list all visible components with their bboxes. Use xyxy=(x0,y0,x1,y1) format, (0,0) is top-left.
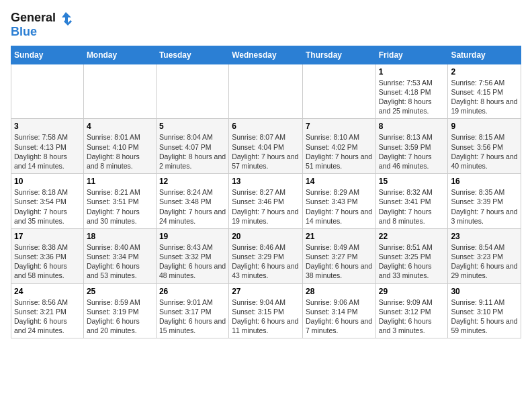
day-number: 16 xyxy=(451,177,518,186)
day-info: Sunrise: 8:56 AMSunset: 3:21 PMDaylight:… xyxy=(14,298,81,336)
day-info: Sunrise: 8:07 AMSunset: 4:04 PMDaylight:… xyxy=(232,132,300,171)
day-number: 26 xyxy=(159,287,226,296)
day-info: Sunrise: 7:56 AMSunset: 4:15 PMDaylight:… xyxy=(451,78,518,116)
calendar-cell: 13Sunrise: 8:27 AMSunset: 3:46 PMDayligh… xyxy=(229,174,303,229)
day-number: 6 xyxy=(232,122,300,131)
day-of-week-header: Friday xyxy=(375,46,448,64)
day-info: Sunrise: 8:13 AMSunset: 3:59 PMDaylight:… xyxy=(379,132,445,171)
calendar-cell: 2Sunrise: 7:56 AMSunset: 4:15 PMDaylight… xyxy=(448,64,521,119)
day-info: Sunrise: 8:46 AMSunset: 3:29 PMDaylight:… xyxy=(232,242,300,281)
day-number: 18 xyxy=(87,232,153,241)
calendar-cell: 3Sunrise: 7:58 AMSunset: 4:13 PMDaylight… xyxy=(11,119,84,174)
logo-text: General Blue xyxy=(11,11,73,39)
day-info: Sunrise: 8:21 AMSunset: 3:51 PMDaylight:… xyxy=(87,187,153,226)
calendar-cell: 29Sunrise: 9:09 AMSunset: 3:12 PMDayligh… xyxy=(375,283,448,338)
day-number: 14 xyxy=(306,177,373,186)
day-number: 5 xyxy=(159,122,226,131)
day-of-week-header: Wednesday xyxy=(229,46,303,64)
day-info: Sunrise: 8:15 AMSunset: 3:56 PMDaylight:… xyxy=(451,132,518,171)
calendar-cell: 5Sunrise: 8:04 AMSunset: 4:07 PMDaylight… xyxy=(156,119,228,174)
logo-bird-icon xyxy=(58,11,73,26)
day-number: 3 xyxy=(14,122,81,131)
day-number: 21 xyxy=(306,232,373,241)
day-number: 19 xyxy=(159,232,226,241)
day-info: Sunrise: 9:09 AMSunset: 3:12 PMDaylight:… xyxy=(379,298,445,336)
day-info: Sunrise: 9:06 AMSunset: 3:14 PMDaylight:… xyxy=(306,298,373,336)
day-number: 10 xyxy=(14,177,81,186)
calendar-cell: 8Sunrise: 8:13 AMSunset: 3:59 PMDaylight… xyxy=(375,119,448,174)
day-number: 15 xyxy=(379,177,445,186)
calendar-cell: 9Sunrise: 8:15 AMSunset: 3:56 PMDaylight… xyxy=(448,119,521,174)
calendar-cell: 1Sunrise: 7:53 AMSunset: 4:18 PMDaylight… xyxy=(375,64,448,119)
day-info: Sunrise: 8:49 AMSunset: 3:27 PMDaylight:… xyxy=(306,242,373,281)
day-info: Sunrise: 8:32 AMSunset: 3:41 PMDaylight:… xyxy=(379,187,445,226)
calendar: SundayMondayTuesdayWednesdayThursdayFrid… xyxy=(11,46,521,338)
day-number: 20 xyxy=(232,232,300,241)
calendar-cell: 6Sunrise: 8:07 AMSunset: 4:04 PMDaylight… xyxy=(229,119,303,174)
header: General Blue xyxy=(11,11,521,39)
logo: General Blue xyxy=(11,11,73,39)
day-info: Sunrise: 8:40 AMSunset: 3:34 PMDaylight:… xyxy=(87,242,153,281)
calendar-cell: 4Sunrise: 8:01 AMSunset: 4:10 PMDaylight… xyxy=(83,119,156,174)
calendar-cell: 21Sunrise: 8:49 AMSunset: 3:27 PMDayligh… xyxy=(302,228,375,283)
calendar-cell: 19Sunrise: 8:43 AMSunset: 3:32 PMDayligh… xyxy=(156,228,228,283)
calendar-cell: 25Sunrise: 8:59 AMSunset: 3:19 PMDayligh… xyxy=(83,283,156,338)
calendar-cell: 23Sunrise: 8:54 AMSunset: 3:23 PMDayligh… xyxy=(448,228,521,283)
day-info: Sunrise: 8:29 AMSunset: 3:43 PMDaylight:… xyxy=(306,187,373,226)
calendar-cell: 11Sunrise: 8:21 AMSunset: 3:51 PMDayligh… xyxy=(83,174,156,229)
logo-general: General xyxy=(11,11,56,25)
calendar-cell: 24Sunrise: 8:56 AMSunset: 3:21 PMDayligh… xyxy=(11,283,84,338)
calendar-cell: 20Sunrise: 8:46 AMSunset: 3:29 PMDayligh… xyxy=(229,228,303,283)
day-number: 8 xyxy=(379,122,445,131)
day-of-week-header: Tuesday xyxy=(156,46,228,64)
calendar-cell: 15Sunrise: 8:32 AMSunset: 3:41 PMDayligh… xyxy=(375,174,448,229)
day-number: 22 xyxy=(379,232,445,241)
calendar-cell: 18Sunrise: 8:40 AMSunset: 3:34 PMDayligh… xyxy=(83,228,156,283)
calendar-cell: 12Sunrise: 8:24 AMSunset: 3:48 PMDayligh… xyxy=(156,174,228,229)
day-info: Sunrise: 8:43 AMSunset: 3:32 PMDaylight:… xyxy=(159,242,226,281)
day-number: 9 xyxy=(451,122,518,131)
day-info: Sunrise: 7:58 AMSunset: 4:13 PMDaylight:… xyxy=(14,132,81,171)
day-info: Sunrise: 8:18 AMSunset: 3:54 PMDaylight:… xyxy=(14,187,81,226)
day-number: 12 xyxy=(159,177,226,186)
day-info: Sunrise: 8:51 AMSunset: 3:25 PMDaylight:… xyxy=(379,242,445,281)
day-number: 23 xyxy=(451,232,518,241)
day-info: Sunrise: 8:27 AMSunset: 3:46 PMDaylight:… xyxy=(232,187,300,226)
calendar-cell: 30Sunrise: 9:11 AMSunset: 3:10 PMDayligh… xyxy=(448,283,521,338)
logo-blue: Blue xyxy=(11,26,73,39)
day-number: 30 xyxy=(451,287,518,296)
day-number: 25 xyxy=(87,287,153,296)
day-number: 1 xyxy=(379,67,445,77)
day-number: 7 xyxy=(306,122,373,131)
day-info: Sunrise: 7:53 AMSunset: 4:18 PMDaylight:… xyxy=(379,78,445,116)
calendar-cell xyxy=(156,64,228,119)
day-number: 11 xyxy=(87,177,153,186)
day-of-week-header: Thursday xyxy=(302,46,375,64)
calendar-cell xyxy=(302,64,375,119)
day-number: 24 xyxy=(14,287,81,296)
calendar-cell: 28Sunrise: 9:06 AMSunset: 3:14 PMDayligh… xyxy=(302,283,375,338)
day-number: 17 xyxy=(14,232,81,241)
calendar-cell: 10Sunrise: 8:18 AMSunset: 3:54 PMDayligh… xyxy=(11,174,84,229)
day-info: Sunrise: 9:11 AMSunset: 3:10 PMDaylight:… xyxy=(451,298,518,336)
day-info: Sunrise: 8:10 AMSunset: 4:02 PMDaylight:… xyxy=(306,132,373,171)
calendar-cell: 22Sunrise: 8:51 AMSunset: 3:25 PMDayligh… xyxy=(375,228,448,283)
day-info: Sunrise: 8:38 AMSunset: 3:36 PMDaylight:… xyxy=(14,242,81,281)
day-number: 29 xyxy=(379,287,445,296)
day-number: 27 xyxy=(232,287,300,296)
day-info: Sunrise: 8:54 AMSunset: 3:23 PMDaylight:… xyxy=(451,242,518,281)
day-of-week-header: Sunday xyxy=(11,46,84,64)
day-number: 2 xyxy=(451,67,518,77)
calendar-cell xyxy=(11,64,84,119)
calendar-cell xyxy=(83,64,156,119)
calendar-cell: 16Sunrise: 8:35 AMSunset: 3:39 PMDayligh… xyxy=(448,174,521,229)
day-info: Sunrise: 9:04 AMSunset: 3:15 PMDaylight:… xyxy=(232,298,300,336)
calendar-cell: 27Sunrise: 9:04 AMSunset: 3:15 PMDayligh… xyxy=(229,283,303,338)
day-info: Sunrise: 8:04 AMSunset: 4:07 PMDaylight:… xyxy=(159,132,226,171)
day-info: Sunrise: 8:01 AMSunset: 4:10 PMDaylight:… xyxy=(87,132,153,171)
svg-marker-0 xyxy=(62,12,72,26)
calendar-cell xyxy=(229,64,303,119)
day-info: Sunrise: 9:01 AMSunset: 3:17 PMDaylight:… xyxy=(159,298,226,336)
day-number: 4 xyxy=(87,122,153,131)
day-of-week-header: Saturday xyxy=(448,46,521,64)
